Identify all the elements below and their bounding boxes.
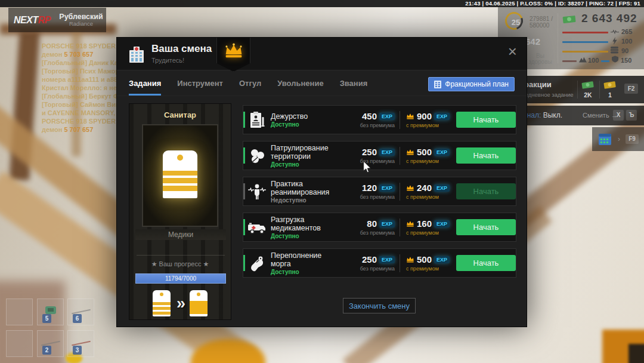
game-screen: 21:43 | 04.06.2025 | P.LOSS: 0% | ID: 38… [0,0,644,363]
task-row-unloading: Разгрузка медикаментов Доступно 80EXPбез… [243,213,516,242]
health-status-text: Вы здоровы [524,53,556,65]
chevron-right-icon: › [618,135,620,143]
close-icon[interactable]: × [508,44,517,59]
hotbar-slot-6[interactable]: 6 [67,299,94,325]
health-icon [611,28,619,35]
weapon-item-icon [41,341,60,346]
calendar-icon [597,132,612,146]
rank-progress-bar: 11794/7000 [135,273,226,284]
level-value: 25 [505,12,527,33]
money-icon [562,14,577,23]
server-realm: Radiance [56,20,106,27]
server-name: Рублевский [56,13,106,20]
energy-icon [612,37,618,45]
task-list: Дежурство Доступно 450EXPбез премиума 90… [243,105,516,284]
hotbar-slot-3[interactable]: 3 [67,330,94,357]
tab-dayoff[interactable]: Отгул [239,70,261,96]
stamina-value: 100 [588,57,599,64]
hotbar-slot[interactable] [6,299,33,325]
current-rank-icon [153,290,171,316]
premium-banner [216,38,250,72]
stamina-icon [579,56,587,63]
task-status: Доступно [271,121,340,128]
daily-money-value: 2K [580,91,596,99]
task-row-cpr: Практика реанимирования Недоступно 120EX… [243,177,516,206]
daily-money-icon [581,80,595,89]
channel-switch-label: Сменить → [583,112,618,119]
task-row-morgue: Переполнение морга Доступно 250EXPбез пр… [243,248,516,278]
rank-card: Санитар Медики ★ Ваш прогресс ★ 11794/70… [129,103,231,320]
task-status: Доступно [271,269,340,275]
cpr-person-icon [248,183,266,201]
crown-icon [406,220,414,227]
next-rank-icon [190,290,208,316]
daily-gold-value: 1 [603,91,617,99]
mouse-cursor [363,161,372,173]
start-button[interactable]: Начать [456,219,516,235]
progress-title: ★ Ваш прогресс ★ [129,260,231,268]
list-icon [434,81,441,88]
modal-header: Ваша смена Трудитесь! × [117,38,527,70]
pills-icon [249,147,265,164]
task-status: Доступно [271,161,340,168]
clipboard-icon [249,111,265,129]
daily-gold-icon [603,80,617,89]
tab-ranks[interactable]: Звания [340,70,368,96]
task-status: Доступно [271,233,340,239]
hotbar-slot-2[interactable]: 2 [37,330,64,357]
xp-progress: 279881 /580000 [530,16,553,29]
rank-emblem-frame [142,124,218,227]
rifle-item-icon [72,309,91,315]
radio-item-icon [45,306,56,314]
task-status: Недоступно [271,197,340,204]
crown-icon [224,43,243,59]
task-row-duty: Дежурство Доступно 450EXPбез премиума 90… [243,105,516,134]
server-logo: NEXTRP Рублевский Radiance [8,8,106,32]
tab-tools[interactable]: Инструмент [177,70,223,96]
channel-key-x: X [613,110,624,121]
task-row-patrol: Патрулирование территории Доступно 250EX… [243,141,516,170]
rank-up-preview: » [129,290,231,316]
foot-tag-icon [249,254,265,272]
rank-name: Санитар [129,110,231,119]
brand-logo: NEXTRP [8,15,56,26]
start-button[interactable]: Начать [456,255,516,271]
rifle-red-item-icon [72,341,91,346]
armor-icon [612,56,618,63]
calendar-hotkey: F9 [626,134,639,144]
crown-icon [406,184,414,191]
calendar-panel[interactable]: › F9 [592,127,644,151]
status-bar: 21:43 | 04.06.2025 | P.LOSS: 0% | ID: 38… [0,0,644,7]
ammo-count: 642 [525,36,540,47]
faction-hotkey: F2 [624,84,638,94]
finish-shift-button[interactable]: Закончить смену [343,298,416,313]
start-button-disabled[interactable]: Начать [456,183,516,199]
crown-icon [406,256,414,263]
tab-quit[interactable]: Увольнение [277,70,323,96]
hotbar-slot[interactable] [6,330,33,357]
channel-key-hard: Ъ [626,110,637,121]
money-counter: 2 643 492 [562,12,637,25]
epaulette-emblem [163,150,197,198]
modal-title: Ваша смена [151,43,212,55]
health-value: 265 [621,28,632,35]
armor-value: 150 [621,57,631,64]
hospital-icon [127,45,146,64]
food-value: 90 [621,47,628,54]
hotbar-slot-5[interactable]: 5 [37,299,64,325]
energy-value: 100 [621,38,632,45]
shift-modal: Ваша смена Трудитесь! × Задания Инструме… [116,37,527,327]
food-icon [611,47,618,54]
start-button[interactable]: Начать [456,112,516,128]
crown-icon [406,113,414,119]
start-button[interactable]: Начать [456,147,516,164]
progress-value: 11794/7000 [136,274,225,283]
faction-plan-button[interactable]: Фракционный план [428,77,515,91]
ambulance-icon [247,220,267,235]
crown-icon [406,149,414,155]
modal-subtitle: Трудитесь! [151,57,184,64]
tab-tasks[interactable]: Задания [129,70,161,96]
rank-up-arrows-icon: » [177,290,184,316]
faction-name: Медики [135,229,226,240]
